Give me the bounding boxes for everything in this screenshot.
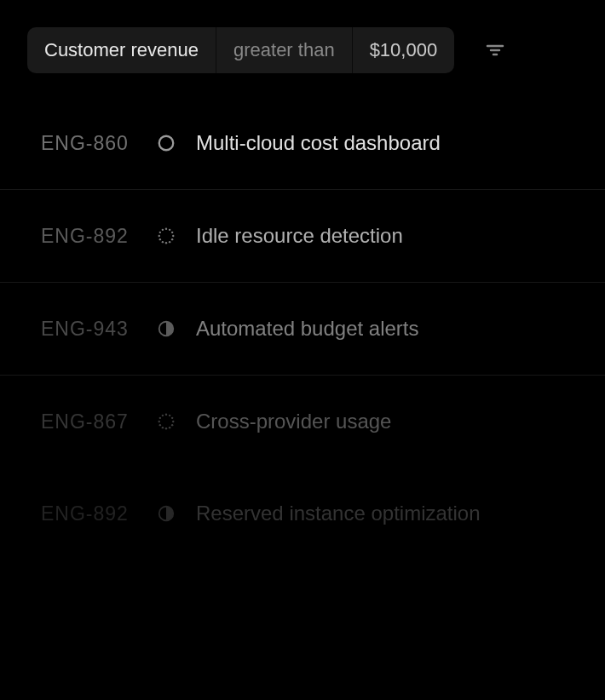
- svg-point-27: [169, 415, 170, 416]
- status-backlog-icon: [157, 227, 176, 245]
- svg-point-15: [171, 232, 173, 233]
- status-inprogress-icon: [157, 504, 176, 523]
- issue-title: Automated budget alerts: [196, 317, 419, 341]
- issue-list: ENG-860Multi-cloud cost dashboardENG-892…: [0, 114, 605, 559]
- svg-point-12: [162, 229, 164, 231]
- filter-value-label: $10,000: [370, 39, 438, 61]
- issue-title: Multi-cloud cost dashboard: [196, 131, 441, 155]
- issue-row[interactable]: ENG-892Reserved instance optimization: [0, 468, 605, 559]
- svg-point-18: [171, 424, 173, 426]
- filter-field-label: Customer revenue: [44, 39, 199, 61]
- svg-point-21: [162, 427, 164, 428]
- issue-title: Cross-provider usage: [196, 410, 391, 433]
- issue-id: ENG-943: [41, 318, 157, 341]
- filter-button[interactable]: [478, 33, 512, 67]
- svg-point-13: [165, 228, 167, 230]
- issue-list-panel: Customer revenue greater than $10,000 EN…: [0, 0, 605, 559]
- issue-id: ENG-867: [41, 410, 157, 433]
- issue-row[interactable]: ENG-892Idle resource detection: [0, 190, 605, 283]
- filter-operator-chip[interactable]: greater than: [216, 27, 353, 73]
- svg-point-9: [159, 238, 161, 240]
- filter-icon: [485, 40, 505, 60]
- issue-id: ENG-892: [41, 225, 157, 248]
- filter-bar: Customer revenue greater than $10,000: [0, 27, 605, 73]
- svg-point-25: [162, 415, 164, 416]
- svg-point-20: [165, 427, 167, 429]
- svg-point-6: [169, 241, 170, 243]
- svg-point-17: [172, 421, 174, 422]
- issue-row[interactable]: ENG-860Multi-cloud cost dashboard: [0, 114, 605, 190]
- filter-value-chip[interactable]: $10,000: [353, 27, 455, 73]
- svg-point-28: [171, 417, 173, 419]
- svg-point-3: [159, 136, 174, 151]
- filter-operator-label: greater than: [233, 39, 335, 61]
- status-backlog-icon: [157, 412, 176, 431]
- status-todo-icon: [157, 134, 176, 152]
- status-inprogress-icon: [157, 319, 176, 338]
- svg-point-4: [172, 235, 174, 237]
- svg-point-26: [165, 414, 167, 416]
- svg-point-8: [162, 241, 164, 243]
- issue-title: Reserved instance optimization: [196, 502, 481, 525]
- svg-point-19: [169, 427, 170, 428]
- svg-point-5: [171, 238, 173, 240]
- svg-point-22: [159, 424, 161, 426]
- issue-row[interactable]: ENG-943Automated budget alerts: [0, 283, 605, 376]
- svg-point-7: [165, 242, 167, 244]
- issue-title: Idle resource detection: [196, 224, 403, 248]
- svg-point-23: [158, 421, 160, 422]
- issue-row[interactable]: ENG-867Cross-provider usage: [0, 376, 605, 468]
- issue-id: ENG-892: [41, 502, 157, 525]
- svg-point-14: [169, 229, 170, 231]
- issue-id: ENG-860: [41, 132, 157, 155]
- filter-field-chip[interactable]: Customer revenue: [27, 27, 216, 73]
- svg-point-24: [159, 417, 161, 419]
- svg-point-10: [158, 235, 160, 237]
- svg-point-11: [159, 232, 161, 233]
